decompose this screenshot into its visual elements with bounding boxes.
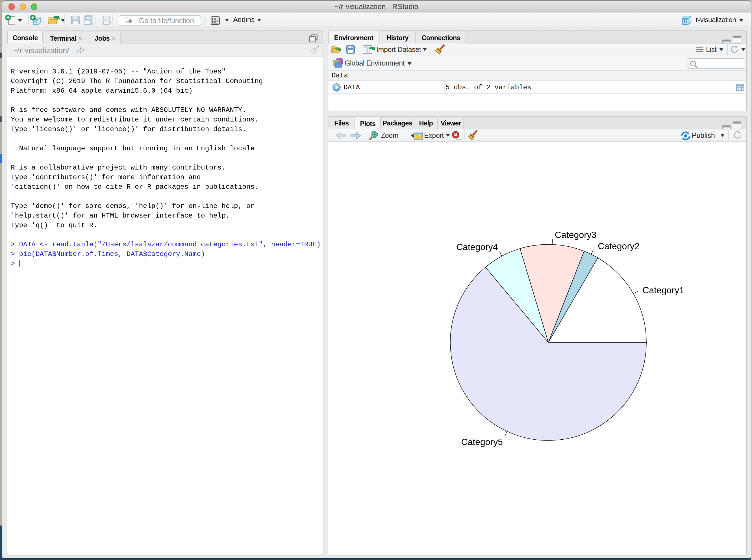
svg-text:Category3: Category3 [554, 230, 596, 240]
svg-text:R: R [683, 17, 688, 24]
svg-text:Category5: Category5 [461, 437, 503, 447]
svg-text:Category2: Category2 [597, 241, 639, 251]
svg-text:Category1: Category1 [642, 285, 684, 295]
svg-text:Category4: Category4 [456, 242, 498, 252]
